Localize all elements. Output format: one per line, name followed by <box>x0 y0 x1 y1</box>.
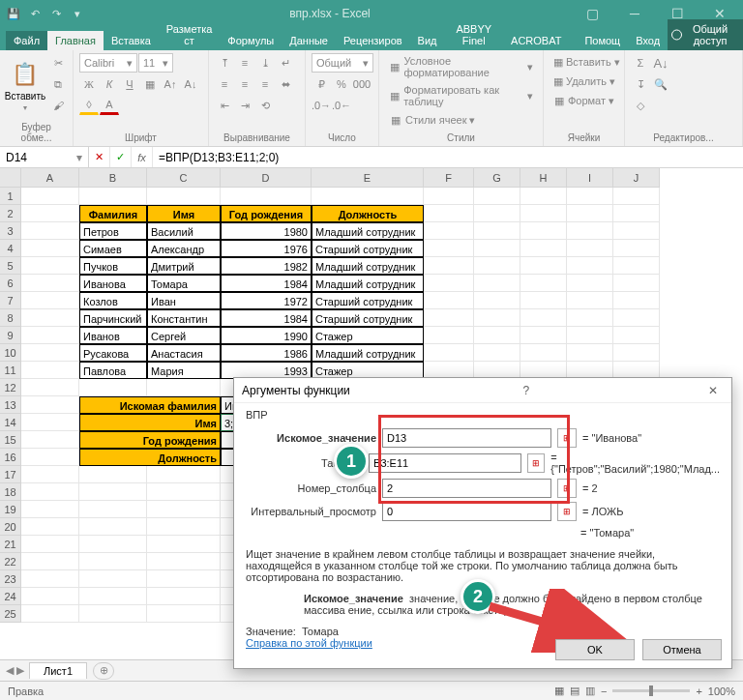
cell[interactable] <box>613 327 660 344</box>
cell[interactable]: Младший сотрудник <box>312 275 424 292</box>
cell[interactable] <box>21 188 79 205</box>
cell[interactable] <box>21 518 79 536</box>
tab-view[interactable]: Вид <box>410 31 445 50</box>
cell[interactable] <box>613 188 660 205</box>
cell[interactable] <box>567 309 613 327</box>
font-decrease-icon[interactable]: A↓ <box>181 74 200 94</box>
col-header[interactable]: I <box>567 168 613 188</box>
tab-login[interactable]: Вход <box>628 31 668 50</box>
arg-input-2[interactable] <box>382 479 551 498</box>
percent-icon[interactable]: % <box>332 74 351 94</box>
zoom-out-icon[interactable]: − <box>601 685 607 697</box>
cell[interactable]: Стажер <box>312 327 424 344</box>
row-header[interactable]: 22 <box>0 553 21 570</box>
cell[interactable] <box>21 344 79 362</box>
align-middle-icon[interactable]: ≡ <box>235 53 254 73</box>
cell[interactable]: Год рождения <box>79 431 221 449</box>
cell[interactable] <box>21 379 79 396</box>
cell[interactable] <box>79 553 147 570</box>
cell[interactable] <box>567 222 613 240</box>
cell[interactable]: 1990 <box>221 327 312 344</box>
row-header[interactable]: 1 <box>0 188 21 205</box>
row-header[interactable]: 6 <box>0 275 21 292</box>
align-right-icon[interactable]: ≡ <box>255 74 275 94</box>
cell[interactable] <box>567 344 613 362</box>
border-button[interactable]: ▦ <box>140 74 160 94</box>
cell[interactable]: Младший сотрудник <box>312 344 424 362</box>
dialog-help-link[interactable]: Справка по этой функции <box>246 637 372 649</box>
cell[interactable] <box>21 275 79 292</box>
range-select-icon[interactable]: ⊞ <box>557 428 577 448</box>
cell[interactable] <box>613 344 660 362</box>
minimize-icon[interactable]: ─ <box>615 4 654 23</box>
cell[interactable]: Должность <box>79 449 221 466</box>
increase-decimal-icon[interactable]: .0→ <box>312 96 331 115</box>
wrap-text-icon[interactable]: ↵ <box>276 53 295 73</box>
cell[interactable]: Русакова <box>79 344 147 362</box>
tab-layout[interactable]: Разметка ст <box>159 19 221 50</box>
cell[interactable]: Иванов <box>79 327 147 344</box>
merge-center-icon[interactable]: ⬌ <box>276 74 295 94</box>
row-header[interactable]: 2 <box>0 205 21 222</box>
undo-icon[interactable]: ↶ <box>25 4 45 23</box>
number-format-combo[interactable]: Общий▾ <box>312 53 373 73</box>
sheet-nav-icons[interactable]: ◀ ▶ <box>6 664 24 677</box>
cell[interactable] <box>21 501 79 518</box>
cell[interactable]: 1980 <box>221 222 312 240</box>
cell[interactable] <box>79 483 147 501</box>
cell[interactable]: 1982 <box>221 257 312 275</box>
cell[interactable] <box>147 553 221 570</box>
cell[interactable] <box>424 188 474 205</box>
cell[interactable] <box>520 257 567 275</box>
tab-home[interactable]: Главная <box>47 31 104 50</box>
cell[interactable] <box>79 588 147 605</box>
cell[interactable]: 1986 <box>221 344 312 362</box>
cell[interactable]: Старший сотрудник <box>312 292 424 309</box>
cell[interactable] <box>424 257 474 275</box>
copy-icon[interactable]: ⧉ <box>48 74 68 94</box>
cell[interactable] <box>21 605 79 623</box>
cell[interactable]: Фамилия <box>79 205 147 222</box>
range-select-icon[interactable]: ⊞ <box>527 453 545 473</box>
cells-delete-button[interactable]: ▦Удалить ▾ <box>550 73 618 90</box>
cell[interactable]: 1984 <box>221 275 312 292</box>
cell[interactable] <box>613 309 660 327</box>
col-header[interactable]: E <box>312 168 424 188</box>
cell[interactable] <box>221 188 312 205</box>
add-sheet-icon[interactable]: ⊕ <box>93 662 114 680</box>
cell[interactable]: Сергей <box>147 327 221 344</box>
select-all-corner[interactable] <box>0 168 21 188</box>
cell[interactable] <box>79 466 147 483</box>
cell[interactable]: Искомая фамилия <box>79 396 221 414</box>
chevron-down-icon[interactable]: ▾ <box>76 151 82 164</box>
bold-button[interactable]: Ж <box>79 74 99 94</box>
italic-button[interactable]: К <box>100 74 119 94</box>
cell[interactable] <box>520 292 567 309</box>
cell[interactable] <box>520 222 567 240</box>
row-header[interactable]: 16 <box>0 449 21 466</box>
cell[interactable] <box>520 344 567 362</box>
cell[interactable]: Иван <box>147 292 221 309</box>
cond-format-button[interactable]: ▦Условное форматирование ▾ <box>385 53 537 80</box>
cell[interactable]: Год рождения <box>221 205 312 222</box>
cell[interactable]: Старший сотрудник <box>312 309 424 327</box>
tab-abbyy[interactable]: ABBYY Finel <box>445 19 504 50</box>
zoom-in-icon[interactable]: + <box>696 685 701 697</box>
cell[interactable]: Константин <box>147 309 221 327</box>
view-page-icon[interactable]: ▤ <box>570 685 580 697</box>
cells-format-button[interactable]: ▦Формат ▾ <box>550 92 618 109</box>
cell[interactable] <box>474 222 520 240</box>
cell[interactable]: 1972 <box>221 292 312 309</box>
row-header[interactable]: 7 <box>0 292 21 309</box>
cell[interactable] <box>567 327 613 344</box>
clear-icon[interactable]: ◇ <box>631 96 650 115</box>
cell[interactable] <box>424 222 474 240</box>
row-header[interactable]: 3 <box>0 222 21 240</box>
arg-input-0[interactable] <box>382 428 551 448</box>
cell[interactable] <box>21 240 79 257</box>
tab-share[interactable]: Общий доступ <box>668 19 743 50</box>
cell[interactable] <box>21 362 79 379</box>
cell[interactable] <box>474 188 520 205</box>
cell[interactable] <box>79 518 147 536</box>
orientation-icon[interactable]: ⟲ <box>255 96 275 115</box>
